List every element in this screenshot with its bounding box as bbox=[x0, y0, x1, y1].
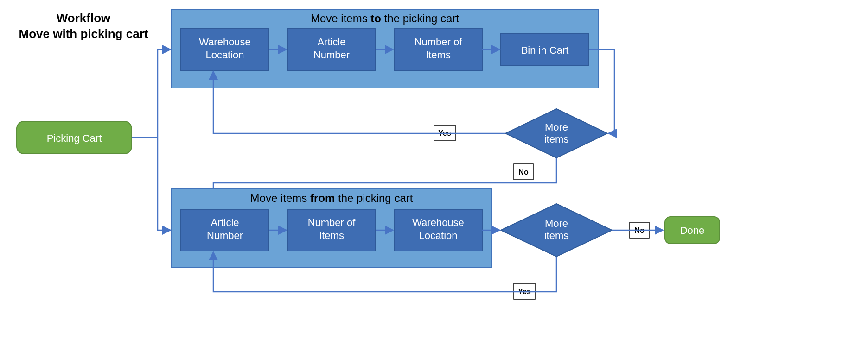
svg-text:Number of: Number of bbox=[415, 36, 463, 48]
to-step-0: Warehouse Location bbox=[181, 29, 269, 70]
workflow-diagram: Workflow Move with picking cart Picking … bbox=[0, 0, 868, 358]
no-label: No bbox=[518, 168, 529, 176]
group-from-title: Move items from the picking cart bbox=[250, 192, 413, 204]
svg-text:Warehouse: Warehouse bbox=[412, 217, 464, 228]
svg-text:Number of: Number of bbox=[308, 217, 356, 228]
svg-text:Number: Number bbox=[313, 49, 350, 61]
decision-from: More items bbox=[501, 204, 612, 257]
svg-text:Warehouse: Warehouse bbox=[199, 36, 251, 48]
svg-text:Items: Items bbox=[319, 230, 344, 241]
from-step-0: Article Number bbox=[181, 209, 269, 251]
from-step-1: Number of Items bbox=[287, 209, 376, 251]
arrow-start-from bbox=[158, 138, 171, 230]
start-label: Picking Cart bbox=[47, 132, 102, 144]
title-line1: Workflow bbox=[57, 11, 111, 25]
to-step-1: Article Number bbox=[287, 29, 376, 70]
svg-text:Bin in Cart: Bin in Cart bbox=[521, 44, 569, 56]
to-step-3: Bin in Cart bbox=[501, 33, 589, 66]
svg-text:Items: Items bbox=[426, 49, 451, 61]
svg-text:Article: Article bbox=[317, 36, 345, 48]
done-label: Done bbox=[680, 225, 705, 236]
from-step-2: Warehouse Location bbox=[394, 209, 482, 251]
svg-text:More: More bbox=[545, 218, 568, 229]
svg-text:Location: Location bbox=[205, 49, 244, 61]
to-step-2: Number of Items bbox=[394, 29, 482, 70]
title-line2: Move with picking cart bbox=[19, 27, 148, 41]
arrow-start-to bbox=[132, 50, 171, 138]
decision-to: More items bbox=[505, 109, 607, 158]
svg-text:Article: Article bbox=[211, 217, 239, 228]
svg-text:items: items bbox=[544, 133, 569, 145]
svg-text:More: More bbox=[545, 121, 568, 133]
svg-text:Number: Number bbox=[207, 230, 243, 241]
svg-text:items: items bbox=[544, 230, 569, 241]
group-to-title: Move items to the picking cart bbox=[311, 12, 459, 25]
svg-text:Location: Location bbox=[419, 230, 457, 241]
